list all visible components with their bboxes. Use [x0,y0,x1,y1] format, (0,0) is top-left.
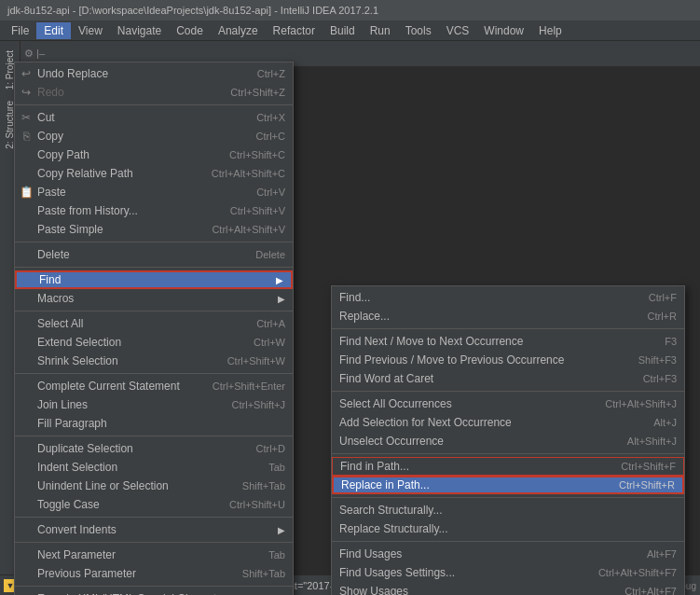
redo-icon: ↪ [19,86,34,99]
menu-refactor[interactable]: Refactor [266,22,323,39]
menu-encode-xml[interactable]: Encode XML/HTML Special Characters [15,589,293,595]
menu-edit[interactable]: Edit [36,22,71,39]
menu-select-all[interactable]: Select All Ctrl+A [15,314,293,333]
submenu-show-usages[interactable]: Show Usages Ctrl+Alt+F7 [332,582,684,595]
menu-navigate[interactable]: Navigate [110,22,169,39]
submenu-search-structurally[interactable]: Search Structurally... [332,501,684,519]
menu-macros[interactable]: Macros ▶ [15,289,293,308]
find-submenu-sep3 [332,453,684,454]
find-submenu-sep2 [332,391,684,392]
convert-indents-arrow-icon: ▶ [278,525,285,535]
submenu-find-previous[interactable]: Find Previous / Move to Previous Occurre… [332,351,684,369]
menu-paste-simple[interactable]: Paste Simple Ctrl+Alt+Shift+V [15,220,293,239]
menu-analyze[interactable]: Analyze [211,22,266,39]
menu-find[interactable]: Find ▶ [15,270,293,289]
find-arrow-icon: ▶ [276,275,283,285]
title-bar: jdk-8u152-api - [D:\workspace\IdeaProjec… [0,0,700,21]
menu-tools[interactable]: Tools [398,22,439,39]
menu-shrink-selection[interactable]: Shrink Selection Ctrl+Shift+W [15,352,293,370]
separator-6 [15,436,293,436]
find-submenu-sep1 [332,328,684,329]
separator-2 [15,242,293,242]
menu-previous-parameter[interactable]: Previous Parameter Shift+Tab [15,564,293,583]
menu-unindent[interactable]: Unindent Line or Selection Shift+Tab [15,477,293,495]
menu-join-lines[interactable]: Join Lines Ctrl+Shift+J [15,395,293,414]
menu-help[interactable]: Help [531,22,570,39]
title-text: jdk-8u152-api - [D:\workspace\IdeaProjec… [7,5,378,16]
separator-3 [15,267,293,268]
copy-icon: ⎘ [19,130,34,143]
find-submenu: Find... Ctrl+F Replace... Ctrl+R Find Ne… [331,285,685,595]
context-menu-overlay: ↩ Undo Replace Ctrl+Z ↪ Redo Ctrl+Shift+… [0,41,700,574]
menu-extend-selection[interactable]: Extend Selection Ctrl+W [15,333,293,352]
menu-copy[interactable]: ⎘ Copy Ctrl+C [15,127,293,145]
menu-cut[interactable]: ✂ Cut Ctrl+X [15,108,293,127]
find-submenu-sep4 [332,497,684,498]
menu-undo[interactable]: ↩ Undo Replace Ctrl+Z [15,64,293,83]
menu-duplicate-selection[interactable]: Duplicate Selection Ctrl+D [15,439,293,458]
submenu-replace-in-path[interactable]: Replace in Path... Ctrl+Shift+R [332,476,684,494]
submenu-replace[interactable]: Replace... Ctrl+R [332,307,684,325]
submenu-unselect-occurrence[interactable]: Unselect Occurrence Alt+Shift+J [332,432,684,450]
menu-next-parameter[interactable]: Next Parameter Tab [15,546,293,564]
menu-convert-indents[interactable]: Convert Indents ▶ [15,520,293,539]
main-area: 1: Project 2: Structure ⚙ |– ↩ Undo Repl… [0,41,700,574]
submenu-find-next[interactable]: Find Next / Move to Next Occurrence F3 [332,332,684,351]
menu-indent-selection[interactable]: Indent Selection Tab [15,458,293,477]
paste-icon: 📋 [19,186,34,199]
submenu-select-all-occurrences[interactable]: Select All Occurrences Ctrl+Alt+Shift+J [332,394,684,413]
separator-7 [15,517,293,518]
menu-run[interactable]: Run [363,22,398,39]
submenu-find[interactable]: Find... Ctrl+F [332,288,684,307]
menu-view[interactable]: View [71,22,110,39]
submenu-replace-structurally[interactable]: Replace Structurally... [332,519,684,538]
menu-file[interactable]: File [4,22,36,39]
submenu-find-word-at-caret[interactable]: Find Word at Caret Ctrl+F3 [332,369,684,388]
submenu-find-usages-settings[interactable]: Find Usages Settings... Ctrl+Alt+Shift+F… [332,563,684,582]
menu-redo[interactable]: ↪ Redo Ctrl+Shift+Z [15,83,293,102]
menu-complete-statement[interactable]: Complete Current Statement Ctrl+Shift+En… [15,377,293,395]
submenu-find-usages[interactable]: Find Usages Alt+F7 [332,545,684,563]
menu-vcs[interactable]: VCS [439,22,477,39]
menu-code[interactable]: Code [169,22,211,39]
menu-window[interactable]: Window [476,22,531,39]
undo-icon: ↩ [19,67,34,80]
separator-1 [15,104,293,105]
submenu-add-selection-next[interactable]: Add Selection for Next Occurrence Alt+J [332,413,684,432]
macros-arrow-icon: ▶ [278,294,285,304]
submenu-find-in-path[interactable]: Find in Path... Ctrl+Shift+F [332,457,684,476]
menu-fill-paragraph[interactable]: Fill Paragraph [15,414,293,433]
menu-copy-path[interactable]: Copy Path Ctrl+Shift+C [15,145,293,164]
separator-4 [15,311,293,311]
menu-toggle-case[interactable]: Toggle Case Ctrl+Shift+U [15,495,293,514]
separator-5 [15,373,293,374]
separator-9 [15,586,293,587]
separator-8 [15,542,293,543]
edit-context-menu: ↩ Undo Replace Ctrl+Z ↪ Redo Ctrl+Shift+… [14,62,294,595]
menu-bar: File Edit View Navigate Code Analyze Ref… [0,21,700,41]
find-submenu-sep5 [332,541,684,542]
menu-paste-history[interactable]: Paste from History... Ctrl+Shift+V [15,201,293,220]
menu-copy-relative-path[interactable]: Copy Relative Path Ctrl+Alt+Shift+C [15,164,293,183]
menu-paste[interactable]: 📋 Paste Ctrl+V [15,183,293,201]
cut-icon: ✂ [19,111,34,124]
menu-build[interactable]: Build [323,22,363,39]
menu-delete[interactable]: Delete Delete [15,245,293,264]
